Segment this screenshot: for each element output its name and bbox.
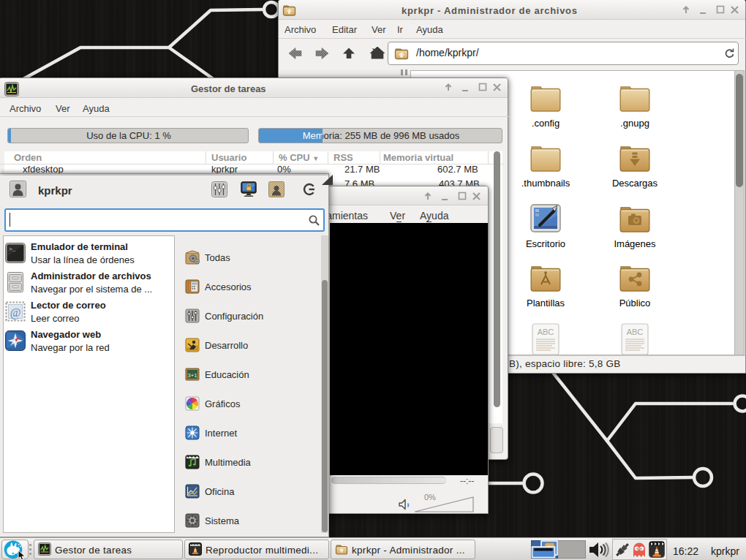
svg-text:ABC: ABC (538, 328, 554, 336)
svg-text:3+1: 3+1 (187, 372, 197, 379)
svg-text:ABC: ABC (627, 328, 644, 336)
